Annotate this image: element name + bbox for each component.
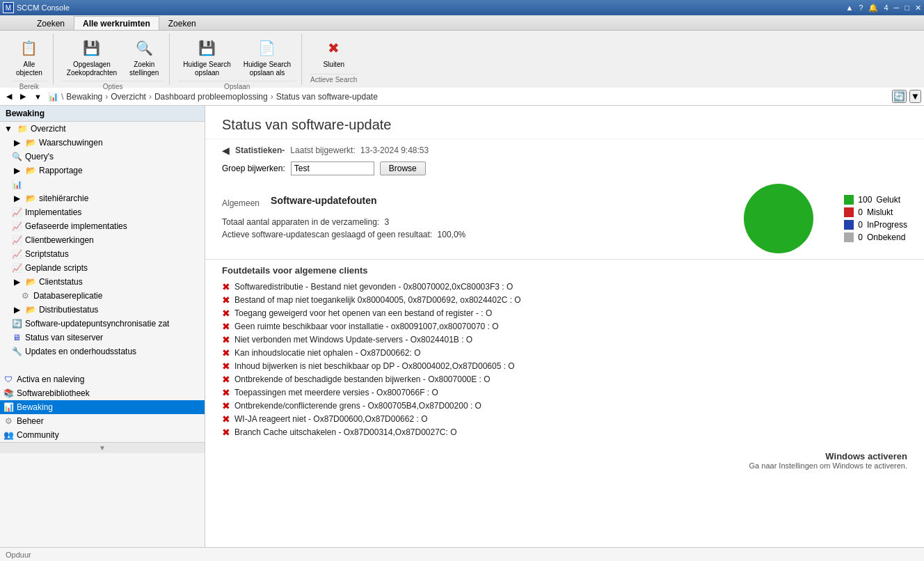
error-item-7: ✖ Ontbrekende of beschadigde bestanden b… <box>222 374 907 385</box>
ribbon-content: 📋 Alleobjecten Bereik 💾 OpgeslagenZoekop… <box>0 31 924 88</box>
huidige-search-opslaan-button[interactable]: 💾 Huidige Searchopslaan <box>178 35 235 79</box>
breadcrumb-more[interactable]: ▼ <box>909 90 921 103</box>
sidebar-item-rapportage[interactable]: ▶ 📂 Rapportage <box>0 164 205 177</box>
error-item-3: ✖ Geen ruimte beschikbaar voor installat… <box>222 321 907 332</box>
breadcrumb-home-icon[interactable]: 📊 <box>48 92 58 102</box>
window-minimize[interactable]: ─ <box>894 3 900 12</box>
sidebar-item-clientbewerkingen[interactable]: 📈 Clientbewerkingen <box>0 233 205 247</box>
sidebar-item-distributiestatus[interactable]: ▶ 📂 Distributiestatus <box>0 303 205 317</box>
huidige-search-opslaan-als-button[interactable]: 📄 Huidige Searchopslaan als <box>239 35 296 79</box>
active-scan-label: Actieve software-updatescan geslaagd of … <box>222 230 432 239</box>
sidebar-item-implementaties[interactable]: 📈 Implementaties <box>0 205 205 219</box>
stats-toggle-icon[interactable]: ◀ <box>222 145 230 156</box>
sidebar-item-status-siteserver[interactable]: 🖥 Status van siteserver <box>0 331 205 345</box>
huidige-search-opslaan-als-label: Huidige Searchopslaan als <box>244 61 291 77</box>
stats-updated: Laatst bijgewerkt: 13-3-2024 9:48:53 <box>290 145 429 155</box>
error-item-0: ✖ Softwaredistributie - Bestand niet gev… <box>222 281 907 292</box>
sidebar-item-sitehierarchie[interactable]: ▶ 📂 sitehiërarchie <box>0 191 205 205</box>
main-layout: Bewaking ▼ 📁 Overzicht ▶ 📂 Waarschuwinge… <box>0 106 924 547</box>
folder-icon-rapportage: 📂 <box>25 165 36 176</box>
breadcrumb-nav: ◀ ▶ ▼ <box>3 90 45 103</box>
sidebar-label-distributiestatus: Distributiestatus <box>39 305 98 315</box>
legend-color-mislukt <box>844 207 854 217</box>
huidige-search-opslaan-als-icon: 📄 <box>256 37 278 59</box>
sidebar-item-beheer[interactable]: ⚙ Beheer <box>0 414 205 428</box>
window-close[interactable]: ✕ <box>915 3 921 13</box>
geplande-icon: 📈 <box>11 262 22 274</box>
tab-zoeken[interactable]: Zoeken <box>28 16 74 30</box>
sidebar-item-gefaseerde-implementaties[interactable]: 📈 Gefaseerde implementaties <box>0 219 205 233</box>
chart-icon: 📊 <box>11 179 22 190</box>
legend-label-gelukt: Gelukt <box>876 195 900 205</box>
notification-icon[interactable]: 🔔 <box>868 3 878 13</box>
sync-icon: 🔄 <box>11 318 22 329</box>
sidebar-label-softwarebibliotheek: Softwarebibliotheek <box>17 388 90 398</box>
sidebar-label-status-siteserver: Status van siteserver <box>25 333 103 342</box>
alle-objecten-button[interactable]: 📋 Alleobjecten <box>11 35 47 79</box>
tab-alle-werkruimten[interactable]: Alle werkruimten <box>74 16 159 30</box>
error-text-4: Niet verbonden met Windows Update-server… <box>234 335 472 345</box>
total-devices-label: Totaal aantal apparaten in de verzamelin… <box>222 217 379 227</box>
error-text-7: Ontbrekende of beschadigde bestanden bij… <box>234 374 491 384</box>
sidebar-label-clientstatus: Clientstatus <box>39 277 83 287</box>
pie-chart <box>744 184 813 253</box>
error-section-title: Foutdetails voor algemene clients <box>222 265 907 276</box>
minimize-icon[interactable]: ▲ <box>845 3 853 12</box>
sluiten-button[interactable]: ✖ Sluiten <box>317 35 351 71</box>
legend-item-inprogress: 0 InProgress <box>844 220 907 230</box>
sidebar-label-sitehierarchie: sitehiërarchie <box>39 193 88 203</box>
error-icon-5: ✖ <box>222 347 230 358</box>
filter-input[interactable] <box>291 161 374 175</box>
title-bar: M SCCM Console ▲ ? 🔔 4 ─ □ ✕ <box>0 0 924 15</box>
breadcrumb-dropdown[interactable]: ▼ <box>31 90 45 103</box>
breadcrumb-back[interactable]: ◀ <box>3 90 15 103</box>
sidebar-item-bewaking[interactable]: 📊 Bewaking <box>0 400 205 414</box>
ribbon-tabs: Zoeken Alle werkruimten Zoeken <box>0 15 924 31</box>
breadcrumb-dashboard[interactable]: Dashboard probleemoplossing <box>154 92 268 102</box>
sidebar-item-software-updatepunt[interactable]: 🔄 Software-updatepuntsynchronisatie zat <box>0 317 205 331</box>
legend-label-inprogress: InProgress <box>867 220 907 230</box>
sidebar-label-querys: Query's <box>25 152 54 161</box>
sidebar-item-querys[interactable]: 🔍 Query's <box>0 150 205 164</box>
breadcrumb-sep-0: \ <box>61 92 63 102</box>
breadcrumb-bewaking[interactable]: Bewaking <box>66 92 102 102</box>
folder-icon-site: 📂 <box>25 193 36 204</box>
sidebar-item-softwarebibliotheek[interactable]: 📚 Softwarebibliotheek <box>0 386 205 400</box>
zoekin-stellingen-button[interactable]: 🔍 Zoekinstellingen <box>125 35 164 79</box>
browse-button[interactable]: Browse <box>380 161 426 175</box>
sidebar-item-scriptstatus[interactable]: 📈 Scriptstatus <box>0 247 205 261</box>
actieve-search-group-label: Actieve Search <box>310 74 357 85</box>
sidebar-item-overzicht[interactable]: ▼ 📁 Overzicht <box>0 122 205 136</box>
sidebar-item-community[interactable]: 👥 Community <box>0 428 205 442</box>
window-maximize[interactable]: □ <box>905 3 909 12</box>
sidebar-label-waarschuwingen: Waarschuwingen <box>39 138 103 148</box>
opgeslagen-zoekopdrachten-button[interactable]: 💾 OpgeslagenZoekopdrachten <box>62 35 122 79</box>
error-icon-4: ✖ <box>222 334 230 345</box>
tab-zoeken-2[interactable]: Zoeken <box>159 16 205 30</box>
activate-title: Windows activeren <box>222 451 907 461</box>
metrics-row: Algemeen Software-updatefouten Totaal aa… <box>222 184 907 253</box>
opties-group-label: Opties <box>62 81 164 92</box>
scroll-down-indicator[interactable]: ▼ <box>0 442 205 453</box>
sidebar-item-updates-onderhoud[interactable]: 🔧 Updates en onderhoudsstatus <box>0 345 205 358</box>
sidebar-item-databasereplicatie[interactable]: ⚙ Databasereplicatie <box>0 289 205 303</box>
folder-icon-overzicht: 📁 <box>17 123 28 134</box>
breadcrumb-overzicht[interactable]: Overzicht <box>111 92 146 102</box>
breadcrumb-refresh-button[interactable]: 🔄 <box>892 90 907 103</box>
legend-count-gelukt: 100 <box>858 195 872 205</box>
sidebar-item-activa-naleving[interactable]: 🛡 Activa en naleving <box>0 372 205 386</box>
sidebar-item-geplande-scripts[interactable]: 📈 Geplande scripts <box>0 261 205 275</box>
sidebar-item-waarschuwingen[interactable]: ▶ 📂 Waarschuwingen <box>0 136 205 150</box>
help-icon[interactable]: ? <box>859 3 863 12</box>
sidebar-header: Bewaking <box>0 106 205 122</box>
sidebar-item-chart[interactable]: 📊 <box>0 177 205 191</box>
legend-item-gelukt: 100 Gelukt <box>844 195 907 205</box>
folder-icon-waarschuwingen: 📂 <box>25 137 36 148</box>
page-title: Status van software-update <box>222 117 907 133</box>
breadcrumb-forward[interactable]: ▶ <box>17 90 29 103</box>
bewaking-icon: 📊 <box>3 402 14 413</box>
error-icon-0: ✖ <box>222 281 230 292</box>
sidebar-item-clientstatus[interactable]: ▶ 📂 Clientstatus <box>0 275 205 289</box>
breadcrumb-sep-1: › <box>105 92 108 102</box>
title-bar-left: M SCCM Console <box>3 2 70 13</box>
